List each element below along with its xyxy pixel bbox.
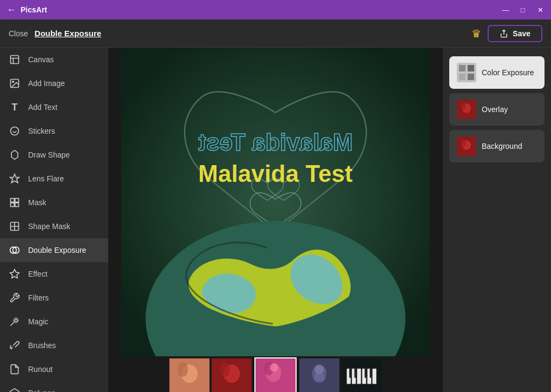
close-button[interactable]: ✕ (536, 6, 545, 14)
editor-title: Double Exposure (35, 29, 101, 38)
stickers-icon (9, 125, 21, 137)
share-icon (500, 29, 508, 38)
svg-point-15 (15, 319, 17, 322)
sidebar-item-magic[interactable]: Magic (0, 310, 108, 334)
window-controls: — □ ✕ (501, 6, 545, 14)
sidebar-item-add-text[interactable]: T Add Text (0, 95, 108, 119)
sidebar-item-double-exposure[interactable]: Double Exposure (0, 238, 108, 262)
svg-marker-16 (10, 389, 19, 392)
film-item-vhs[interactable]: VHS (298, 357, 340, 392)
sidebar-label-effect: Effect (28, 270, 48, 278)
sidebar-label-add-image: Add Image (28, 79, 65, 88)
sidebar-label-lens-flare: Lens Flare (28, 174, 64, 183)
sidebar-item-mask[interactable]: Mask (0, 191, 108, 214)
svg-point-36 (315, 365, 324, 374)
film-thumb-green-glow (340, 357, 383, 392)
sidebar-label-stickers: Stickers (28, 127, 55, 135)
sidebar-item-brushes[interactable]: Brushes (0, 334, 108, 357)
add-image-icon (9, 77, 21, 89)
sidebar-label-filters: Filters (28, 293, 49, 302)
svg-rect-41 (357, 369, 362, 384)
svg-point-60 (461, 139, 466, 147)
canvas-artwork: Malavida Test Malavida Test (121, 48, 430, 356)
panel-thumb-color-exposure (457, 63, 476, 82)
close-editor-button[interactable]: Close (9, 29, 28, 38)
lens-flare-icon (9, 173, 21, 185)
filters-icon (9, 292, 21, 304)
svg-rect-37 (315, 374, 324, 381)
sidebar-item-canvas[interactable]: Canvas (0, 48, 108, 71)
svg-rect-9 (15, 199, 19, 202)
sidebar-item-effect[interactable]: Effect (0, 262, 108, 286)
topbar: Close Double Exposure ♛ Save (0, 19, 551, 48)
back-button[interactable]: ← (6, 4, 16, 16)
film-thumb-none (168, 357, 211, 392)
sidebar-item-shape-mask[interactable]: Shape Mask (0, 214, 108, 238)
svg-rect-54 (468, 74, 474, 80)
svg-rect-1 (11, 56, 19, 64)
sidebar-item-runout[interactable]: Runout (0, 357, 108, 381)
panel-btn-color-exposure[interactable]: Color Exposure (449, 56, 545, 89)
save-button[interactable]: Save (488, 25, 542, 42)
svg-rect-52 (468, 65, 474, 71)
right-panel: Color Exposure Overlay Backg (443, 48, 551, 392)
thumb-vhs-art (299, 358, 339, 392)
svg-rect-47 (365, 369, 368, 378)
film-item-double-exposure[interactable]: Double Exposure (253, 357, 298, 392)
premium-icon: ♛ (471, 27, 481, 40)
sidebar-item-draw-shape[interactable]: Draw Shape (0, 143, 108, 167)
double-exposure-icon (9, 244, 21, 256)
sidebar-item-polygon[interactable]: Polygon (0, 381, 108, 392)
canvas-image[interactable]: Malavida Test Malavida Test (121, 48, 430, 356)
sidebar-label-double-exposure: Double Exposure (28, 246, 86, 254)
film-thumb-vhs (298, 357, 340, 392)
polygon-icon (9, 387, 21, 392)
svg-rect-10 (11, 203, 15, 207)
sidebar-label-magic: Magic (28, 317, 48, 326)
panel-thumb-background (457, 136, 476, 156)
sidebar-item-lens-flare[interactable]: Lens Flare (0, 167, 108, 191)
svg-rect-44 (372, 369, 377, 384)
svg-text:Malavida Test: Malavida Test (198, 160, 353, 187)
sidebar-label-brushes: Brushes (28, 341, 56, 350)
app-title: PicsArt (21, 5, 47, 14)
add-text-icon: T (9, 101, 21, 113)
panel-label-color-exposure: Color Exposure (482, 68, 534, 77)
topbar-right: ♛ Save (471, 25, 542, 42)
thumb-double-exp-art (255, 358, 296, 392)
svg-rect-48 (370, 369, 372, 378)
sidebar-item-stickers[interactable]: Stickers (0, 119, 108, 143)
svg-rect-11 (15, 203, 19, 207)
svg-point-3 (12, 81, 14, 83)
film-item-none[interactable]: None (168, 357, 211, 392)
film-item-color-exposure[interactable]: Color Exposure (211, 357, 253, 392)
sidebar-label-add-text: Add Text (28, 103, 57, 112)
svg-rect-53 (459, 74, 465, 80)
filmstrip: None Color Exposure (108, 356, 443, 392)
main-layout: Canvas Add Image T Add Text (0, 48, 551, 392)
svg-rect-8 (11, 199, 15, 202)
film-item-green-glow[interactable]: Green Glow (340, 357, 383, 392)
svg-marker-7 (11, 151, 18, 160)
sidebar-item-filters[interactable]: Filters (0, 286, 108, 310)
sidebar-label-draw-shape: Draw Shape (28, 151, 70, 159)
titlebar-left: ← PicsArt (6, 4, 47, 16)
sidebar-label-canvas: Canvas (28, 55, 54, 64)
panel-label-overlay: Overlay (482, 105, 508, 114)
sidebar-item-add-image[interactable]: Add Image (0, 71, 108, 95)
thumb-none-art (169, 358, 209, 392)
svg-point-33 (270, 363, 278, 371)
sidebar: Canvas Add Image T Add Text (0, 48, 108, 392)
titlebar: ← PicsArt — □ ✕ (0, 0, 551, 19)
sidebar-label-polygon: Polygon (28, 389, 56, 392)
maximize-button[interactable]: □ (519, 6, 527, 14)
minimize-button[interactable]: — (501, 6, 510, 14)
magic-icon (9, 316, 21, 328)
panel-btn-overlay[interactable]: Overlay (449, 93, 545, 126)
mask-icon (9, 197, 21, 208)
panel-btn-background[interactable]: Background (449, 130, 545, 162)
sidebar-label-mask: Mask (28, 198, 46, 207)
brushes-icon (9, 339, 21, 351)
shape-mask-icon (9, 220, 21, 232)
svg-rect-46 (355, 369, 357, 378)
